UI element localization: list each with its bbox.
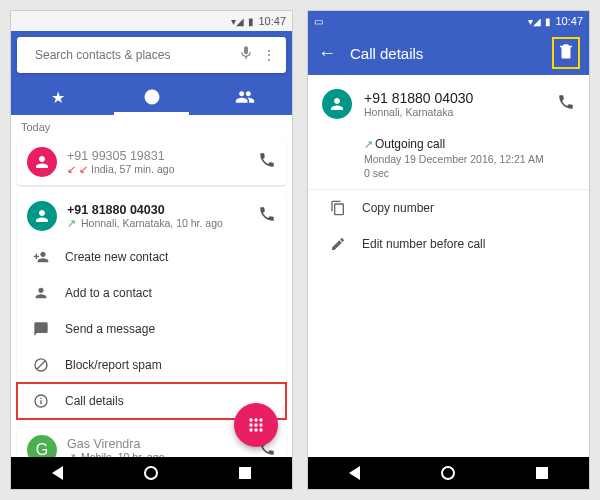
contact-number: +91 81880 04030: [364, 90, 545, 106]
copy-icon: [328, 200, 348, 216]
block-icon: [31, 357, 51, 373]
section-today: Today: [11, 115, 292, 135]
outgoing-icon: ↗: [67, 217, 76, 230]
screen-call-log: ▾◢ ▮ 10:47 ⋮ ★ Today +91 99305 19831 ↙↙I…: [10, 10, 293, 490]
app-bar: ← Call details: [308, 31, 589, 75]
svg-point-3: [249, 423, 252, 426]
avatar-initial: G: [27, 435, 57, 457]
overflow-icon[interactable]: ⋮: [262, 47, 276, 63]
nav-home[interactable]: [144, 466, 158, 480]
tab-recents[interactable]: [105, 79, 199, 115]
tab-favorites[interactable]: ★: [11, 79, 105, 115]
nav-recents[interactable]: [239, 467, 251, 479]
signal-icon: ▾◢: [231, 16, 244, 27]
svg-point-7: [254, 428, 257, 431]
nav-back[interactable]: [52, 466, 63, 480]
avatar-icon: [322, 89, 352, 119]
missed-icon: ↙: [79, 163, 88, 176]
info-icon: [31, 393, 51, 409]
action-edit-number[interactable]: Edit number before call: [308, 226, 589, 262]
opt-block[interactable]: Block/report spam: [17, 347, 286, 383]
svg-point-0: [249, 418, 252, 421]
signal-icon: ▾◢: [528, 16, 541, 27]
call-sub: ↗Honnali, Karnataka, 10 hr. ago: [67, 217, 248, 230]
event-time: Monday 19 December 2016, 12:21 AM: [364, 153, 575, 165]
avatar-icon: [27, 147, 57, 177]
event-duration: 0 sec: [364, 167, 575, 179]
card-icon: ▭: [314, 16, 323, 27]
contact-header: +91 81880 04030 Honnali, Karnataka: [308, 75, 589, 133]
search-bar[interactable]: ⋮: [17, 37, 286, 73]
svg-point-6: [249, 428, 252, 431]
search-input[interactable]: [35, 48, 230, 62]
call-number: +91 99305 19831: [67, 149, 248, 163]
call-sub: ↙↙India, 57 min. ago: [67, 163, 248, 176]
status-bar: ▭ ▾◢ ▮ 10:47: [308, 11, 589, 31]
clock: 10:47: [258, 15, 286, 27]
status-bar: ▾◢ ▮ 10:47: [11, 11, 292, 31]
person-add-icon: [31, 249, 51, 265]
nav-home[interactable]: [441, 466, 455, 480]
call-name: Gas Virendra: [67, 437, 248, 451]
event-type: ↗Outgoing call: [364, 137, 575, 151]
nav-back[interactable]: [349, 466, 360, 480]
clock: 10:47: [555, 15, 583, 27]
header-area: ⋮: [11, 31, 292, 79]
call-entry[interactable]: +91 99305 19831 ↙↙India, 57 min. ago: [17, 139, 286, 185]
svg-point-8: [259, 428, 262, 431]
battery-icon: ▮: [248, 16, 254, 27]
delete-button[interactable]: [553, 38, 579, 68]
call-button[interactable]: [258, 151, 276, 173]
nav-recents[interactable]: [536, 467, 548, 479]
avatar-icon: [27, 201, 57, 231]
opt-send-message[interactable]: Send a message: [17, 311, 286, 347]
nav-bar: [308, 457, 589, 489]
call-card-expanded: +91 81880 04030 ↗Honnali, Karnataka, 10 …: [17, 193, 286, 419]
message-icon: [31, 321, 51, 337]
back-button[interactable]: ←: [318, 43, 336, 64]
svg-point-4: [254, 423, 257, 426]
tab-contacts[interactable]: [198, 79, 292, 115]
top-tabs: ★: [11, 79, 292, 115]
mic-icon[interactable]: [238, 45, 254, 65]
screen-call-details: ▭ ▾◢ ▮ 10:47 ← Call details +91 81880 04…: [307, 10, 590, 490]
svg-point-5: [259, 423, 262, 426]
opt-add-contact[interactable]: Add to a contact: [17, 275, 286, 311]
call-button[interactable]: [258, 205, 276, 227]
call-card: +91 99305 19831 ↙↙India, 57 min. ago: [17, 139, 286, 185]
call-number: +91 81880 04030: [67, 203, 248, 217]
svg-point-2: [259, 418, 262, 421]
dialpad-fab[interactable]: [234, 403, 278, 447]
contact-loc: Honnali, Karnataka: [364, 106, 545, 118]
battery-icon: ▮: [545, 16, 551, 27]
missed-icon: ↙: [67, 163, 76, 176]
outgoing-icon: ↗: [364, 138, 373, 150]
spacer: [308, 262, 589, 457]
svg-point-1: [254, 418, 257, 421]
page-title: Call details: [350, 45, 539, 62]
nav-bar: [11, 457, 292, 489]
call-button[interactable]: [557, 93, 575, 115]
action-copy-number[interactable]: Copy number: [308, 190, 589, 226]
opt-create-contact[interactable]: Create new contact: [17, 239, 286, 275]
call-event: ↗Outgoing call Monday 19 December 2016, …: [308, 133, 589, 190]
person-icon: [31, 285, 51, 301]
edit-icon: [328, 236, 348, 252]
call-entry[interactable]: +91 81880 04030 ↗Honnali, Karnataka, 10 …: [17, 193, 286, 239]
